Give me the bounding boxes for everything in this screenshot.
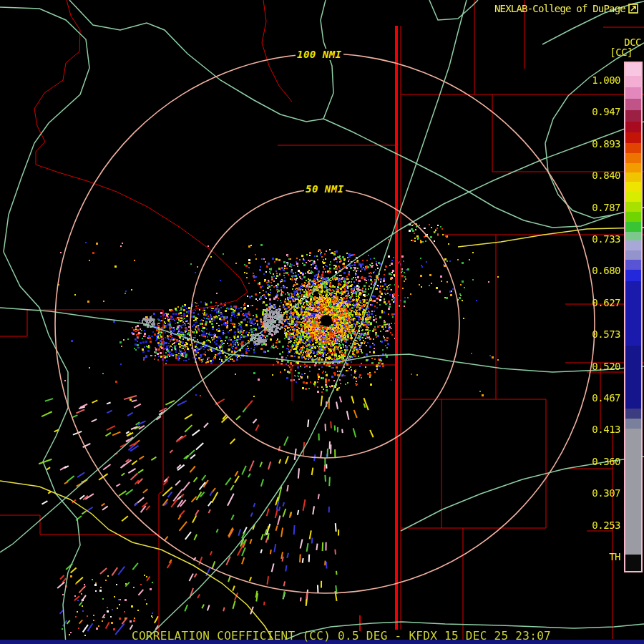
scale-label: 0.787 [586,202,620,213]
color-scale-segment [625,240,641,250]
county-boundary-line [159,310,163,644]
county-boundary-line [262,0,292,102]
scale-label: TH [586,551,620,562]
scale-label: 0.733 [586,233,620,245]
product-unit-label: [CC] [610,47,633,58]
scale-label: 0.947 [586,106,620,117]
scale-label: 0.840 [586,170,620,181]
color-scale-segment [625,260,641,270]
color-scale-segment [625,87,641,99]
county-boundary-line [34,0,248,320]
scale-label: 0.680 [586,265,620,276]
scale-label: 0.520 [586,361,620,372]
scale-label: 0.893 [586,138,620,150]
color-scale-segment [625,250,641,260]
scale-label: 0.467 [586,392,620,404]
color-scale-segment [625,163,641,172]
color-scale-segment [625,202,641,212]
color-scale-segment [625,222,641,232]
color-scale-segment [625,192,641,202]
color-scale-segment [625,76,641,87]
radar-display: 100 NMI 50 NMI NEXLAB-College of DuPage … [0,0,644,644]
color-scale-segment [625,346,641,409]
scale-label: 0.360 [586,456,620,467]
road-line [429,0,478,20]
scale-label: 0.573 [586,328,620,340]
road-line [69,0,333,122]
county-boundary-line [0,310,27,336]
color-scale-segment [625,281,641,346]
color-scale-segment [625,270,641,281]
color-scale-segment [625,143,641,153]
scale-label: 0.627 [586,297,620,308]
scale-label: 0.413 [586,424,620,435]
color-scale-segment [625,232,641,240]
color-scale-segment [625,122,641,132]
color-scale-segment [625,409,641,419]
color-scale-segment [625,99,641,110]
color-scale-segment [625,153,641,163]
scale-label: 1.000 [586,74,620,86]
outer-range-ring [55,54,595,593]
inner-range-ring [190,189,459,458]
color-scale-segment [625,429,641,555]
scale-label: 0.307 [586,487,620,499]
nexlab-logo-icon [628,4,638,14]
range-ring-label-100nmi: 100 NMI [296,49,343,60]
page-title: NEXLAB-College of DuPage [494,3,625,14]
road-line [0,481,275,644]
color-scale-segment [625,555,641,571]
color-scale-segment [625,172,641,182]
scale-label: 0.253 [586,519,620,531]
range-ring-label-50nmi: 50 NMI [304,183,346,195]
status-bar-text: CORRELATION COEFFICIENT (CC) 0.5 DEG - K… [132,629,551,643]
road-line [0,7,89,644]
color-scale-segment [625,132,641,143]
color-scale-segment [625,110,641,122]
county-boundary-line [0,515,159,535]
road-line [0,308,644,372]
map-lines-layer [0,0,644,644]
color-scale-segment [625,63,641,76]
color-scale-segment [625,419,641,429]
color-scale-segment [625,182,641,192]
color-scale-segment [625,212,641,222]
cc-color-scale [624,62,643,572]
